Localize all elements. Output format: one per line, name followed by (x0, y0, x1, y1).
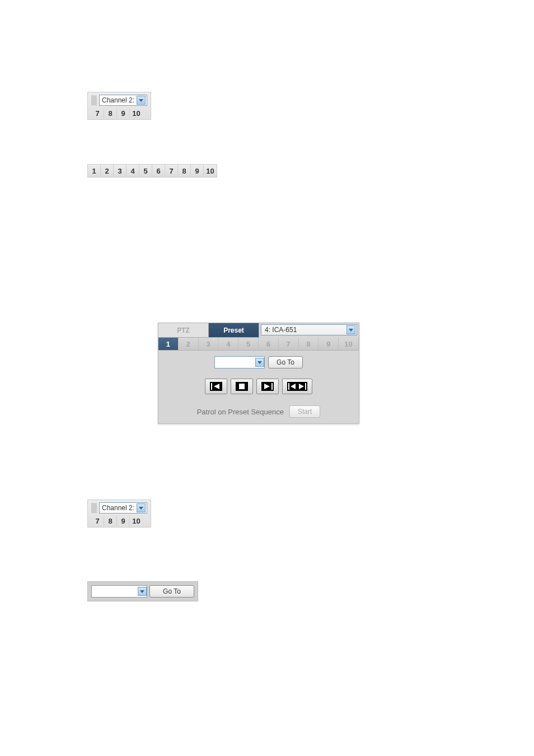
preset-num-5[interactable]: 5 (238, 338, 259, 350)
chevron-down-icon[interactable] (255, 358, 264, 367)
seq-prev-button[interactable] (205, 379, 227, 394)
preset-body: Go To (158, 351, 359, 423)
tab-ptz[interactable]: PTZ (158, 323, 209, 338)
strip-num-7[interactable]: 7 (165, 165, 178, 177)
drag-grip-icon[interactable] (91, 95, 97, 105)
channel-select[interactable]: Channel 2: (99, 95, 147, 106)
channel-num-8[interactable]: 8 (104, 516, 117, 526)
strip-num-3[interactable]: 3 (114, 165, 127, 177)
channel-num-10[interactable]: 10 (130, 108, 143, 118)
preset-num-3[interactable]: 3 (199, 338, 219, 350)
play-prev-icon (210, 382, 222, 391)
strip-num-10[interactable]: 10 (204, 165, 217, 177)
channel-select[interactable]: Channel 2: (99, 502, 147, 514)
seq-next-button[interactable] (256, 379, 279, 394)
goto-button[interactable]: Go To (149, 585, 194, 598)
strip-num-9[interactable]: 9 (191, 165, 204, 177)
channel-num-8[interactable]: 8 (104, 108, 117, 118)
preset-num-9[interactable]: 9 (318, 338, 339, 350)
channel-num-7[interactable]: 7 (91, 108, 104, 118)
number-strip: 1 2 3 4 5 6 7 8 9 10 (87, 164, 217, 178)
drag-grip-icon[interactable] (91, 503, 97, 513)
strip-num-8[interactable]: 8 (178, 165, 191, 177)
seq-toggle-button[interactable] (282, 379, 312, 394)
channel-row: Channel 2: (91, 95, 147, 106)
channel-select-label: Channel 2: (101, 96, 135, 104)
goto-widget: Go To (87, 581, 198, 601)
goto-button[interactable]: Go To (268, 356, 303, 368)
preset-goto-select[interactable] (214, 356, 265, 368)
svg-rect-3 (288, 383, 289, 390)
preset-num-6[interactable]: 6 (259, 338, 279, 350)
channel-num-7[interactable]: 7 (91, 516, 104, 526)
channel-select-label: Channel 2: (101, 504, 135, 512)
channel-row: Channel 2: (91, 502, 147, 514)
patrol-label: Patrol on Preset Sequence (197, 408, 284, 416)
channel-num-9[interactable]: 9 (117, 108, 130, 118)
chevron-down-icon[interactable] (137, 96, 146, 105)
play-next-icon (261, 382, 274, 391)
prev-next-icon (287, 382, 307, 391)
channel-widget: Channel 2: 7 8 9 10 (87, 500, 151, 528)
chevron-down-icon[interactable] (138, 587, 147, 596)
strip-num-2[interactable]: 2 (101, 165, 114, 177)
channel-num-9[interactable]: 9 (117, 516, 130, 526)
channel-num-10[interactable]: 10 (130, 516, 143, 526)
strip-num-1[interactable]: 1 (88, 165, 101, 177)
svg-rect-0 (211, 383, 212, 390)
preset-number-row: 1 2 3 4 5 6 7 8 9 10 (158, 338, 359, 351)
patrol-start-button[interactable]: Start (289, 405, 320, 418)
preset-num-4[interactable]: 4 (218, 338, 238, 350)
svg-rect-4 (305, 383, 306, 390)
sequence-controls (164, 379, 353, 394)
chevron-down-icon[interactable] (346, 325, 355, 334)
preset-num-2[interactable]: 2 (179, 338, 199, 350)
tab-preset[interactable]: Preset (209, 323, 259, 338)
channel-number-row: 7 8 9 10 (91, 516, 147, 526)
channel-number-row: 7 8 9 10 (91, 108, 147, 118)
patrol-row: Patrol on Preset Sequence Start (164, 405, 353, 418)
strip-num-5[interactable]: 5 (139, 165, 152, 177)
preset-num-7[interactable]: 7 (279, 338, 299, 350)
svg-rect-1 (239, 384, 245, 389)
goto-select[interactable] (91, 585, 147, 598)
channel-widget: Channel 2: 7 8 9 10 (87, 92, 151, 120)
svg-rect-2 (271, 383, 273, 390)
strip-num-4[interactable]: 4 (127, 165, 139, 177)
preset-num-1[interactable]: 1 (158, 338, 179, 350)
stop-icon (236, 382, 248, 391)
camera-select[interactable]: 4: ICA-651 (261, 324, 357, 335)
goto-row: Go To (164, 356, 353, 368)
preset-tabs: PTZ Preset 4: ICA-651 (158, 323, 359, 338)
chevron-down-icon[interactable] (137, 503, 146, 512)
preset-num-8[interactable]: 8 (299, 338, 319, 350)
preset-num-10[interactable]: 10 (339, 338, 359, 350)
preset-panel: PTZ Preset 4: ICA-651 1 2 3 4 5 6 7 8 9 … (158, 323, 359, 424)
strip-num-6[interactable]: 6 (152, 165, 165, 177)
seq-stop-button[interactable] (231, 379, 253, 394)
camera-select-value: 4: ICA-651 (265, 326, 297, 334)
